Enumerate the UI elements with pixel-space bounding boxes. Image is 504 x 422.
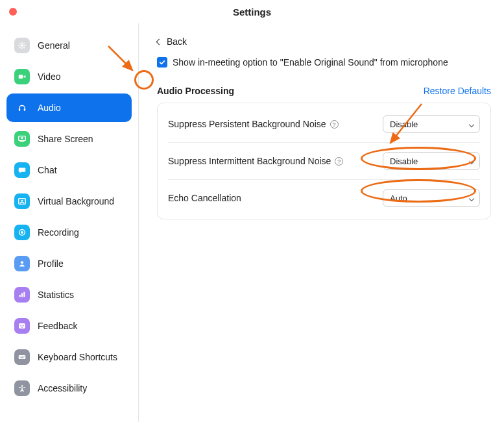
sidebar-item-label: Recording — [38, 227, 79, 238]
close-traffic-light-icon[interactable] — [9, 8, 17, 16]
titlebar: Settings — [0, 0, 504, 23]
select-value: Auto — [390, 193, 407, 203]
back-label: Back — [167, 36, 187, 47]
sidebar-item-chat[interactable]: Chat — [6, 156, 132, 184]
gear-icon — [14, 38, 30, 53]
help-icon[interactable]: ? — [335, 157, 343, 166]
select-value: Disable — [390, 119, 418, 129]
setting-label: Echo Cancellation — [168, 193, 241, 203]
keyboard-icon — [14, 349, 30, 365]
sidebar-item-general[interactable]: General — [6, 31, 132, 60]
svg-rect-20 — [23, 356, 23, 356]
sidebar-item-label: Chat — [38, 165, 57, 175]
sidebar-item-virtual-background[interactable]: Virtual Background — [6, 187, 132, 216]
check-icon — [159, 59, 165, 66]
svg-point-14 — [20, 325, 21, 326]
record-icon — [14, 225, 30, 240]
sidebar-item-feedback[interactable]: Feedback — [6, 312, 132, 340]
select-suppress-intermittent[interactable]: Disable — [383, 152, 480, 170]
select-echo-cancellation[interactable]: Auto — [383, 189, 480, 207]
sidebar-item-label: Keyboard Shortcuts — [38, 352, 117, 362]
content-pane: Back Show in-meeting option to "Enable O… — [139, 23, 504, 422]
select-value: Disable — [390, 156, 418, 166]
virtual-bg-icon — [14, 193, 30, 209]
sidebar-item-label: Virtual Background — [38, 196, 114, 206]
sidebar-item-label: Statistics — [38, 290, 74, 300]
select-suppress-persistent[interactable]: Disable — [383, 115, 480, 133]
section-title: Audio Processing — [157, 86, 234, 96]
back-button[interactable]: Back — [157, 36, 491, 47]
sidebar-item-label: Audio — [38, 103, 61, 113]
setting-label-text: Suppress Persistent Background Noise — [168, 119, 326, 129]
svg-point-8 — [21, 231, 23, 234]
svg-rect-22 — [20, 357, 23, 358]
setting-row-suppress-persistent: Suppress Persistent Background Noise?Dis… — [168, 106, 480, 143]
svg-point-0 — [21, 44, 23, 47]
sidebar-item-profile[interactable]: Profile — [6, 249, 132, 278]
svg-rect-18 — [21, 356, 21, 356]
svg-rect-11 — [21, 293, 23, 297]
sidebar-item-label: Share Screen — [38, 134, 93, 144]
svg-point-23 — [21, 385, 23, 387]
svg-rect-21 — [24, 356, 25, 356]
setting-row-suppress-intermittent: Suppress Intermittent Background Noise?D… — [168, 143, 480, 180]
sidebar-item-label: Feedback — [38, 321, 77, 331]
sidebar-item-keyboard-shortcuts[interactable]: Keyboard Shortcuts — [6, 343, 132, 371]
svg-point-9 — [21, 261, 23, 264]
sidebar-item-label: Profile — [38, 258, 64, 269]
section-header: Audio Processing Restore Defaults — [157, 86, 491, 96]
sidebar: GeneralVideoAudioShare ScreenChatVirtual… — [0, 23, 139, 422]
sidebar-item-audio[interactable]: Audio — [6, 93, 132, 122]
sidebar-item-share-screen[interactable]: Share Screen — [6, 125, 132, 153]
svg-rect-2 — [19, 108, 20, 111]
original-sound-label: Show in-meeting option to "Enable Origin… — [173, 57, 448, 68]
setting-label-text: Suppress Intermittent Background Noise — [168, 156, 331, 166]
svg-rect-3 — [24, 108, 25, 111]
svg-point-6 — [21, 200, 23, 202]
svg-rect-16 — [19, 355, 26, 359]
setting-label: Suppress Intermittent Background Noise? — [168, 156, 343, 166]
original-sound-row: Show in-meeting option to "Enable Origin… — [157, 57, 491, 68]
sidebar-item-accessibility[interactable]: Accessibility — [6, 374, 132, 403]
feedback-icon — [14, 318, 30, 334]
restore-defaults-link[interactable]: Restore Defaults — [424, 86, 491, 96]
svg-rect-1 — [19, 75, 23, 79]
sidebar-item-label: Video — [38, 71, 61, 82]
video-icon — [14, 69, 30, 84]
sidebar-item-label: Accessibility — [38, 383, 87, 393]
chevron-left-icon — [156, 38, 163, 45]
accessibility-icon — [14, 380, 30, 396]
svg-rect-17 — [19, 356, 20, 356]
main-area: GeneralVideoAudioShare ScreenChatVirtual… — [0, 23, 504, 422]
svg-rect-13 — [19, 323, 25, 329]
stats-icon — [14, 287, 30, 303]
sidebar-item-label: General — [38, 40, 70, 51]
sidebar-item-statistics[interactable]: Statistics — [6, 280, 132, 309]
svg-point-15 — [23, 325, 24, 326]
person-icon — [14, 256, 30, 271]
setting-label: Suppress Persistent Background Noise? — [168, 119, 339, 129]
svg-rect-19 — [22, 356, 23, 356]
help-icon[interactable]: ? — [330, 120, 339, 129]
sidebar-item-recording[interactable]: Recording — [6, 218, 132, 247]
audio-processing-panel: Suppress Persistent Background Noise?Dis… — [157, 103, 491, 219]
window-title: Settings — [233, 6, 271, 18]
svg-rect-10 — [19, 295, 21, 297]
svg-rect-12 — [23, 292, 25, 297]
share-screen-icon — [14, 131, 30, 147]
chat-icon — [14, 162, 30, 178]
sidebar-item-video[interactable]: Video — [6, 62, 132, 91]
setting-label-text: Echo Cancellation — [168, 193, 241, 203]
original-sound-checkbox[interactable] — [157, 57, 167, 68]
headphones-icon — [14, 100, 30, 116]
setting-row-echo-cancellation: Echo CancellationAuto — [168, 180, 480, 216]
